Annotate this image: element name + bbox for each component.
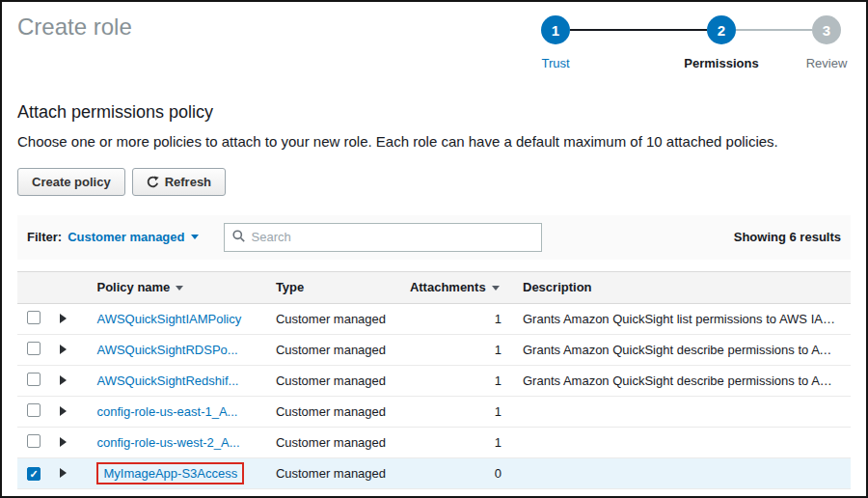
policy-type: Customer managed (266, 427, 400, 457)
expand-arrow-icon[interactable] (60, 437, 67, 447)
table-row[interactable]: config-role-us-west-2_A... Customer mana… (17, 427, 851, 457)
refresh-label: Refresh (165, 175, 211, 189)
search-box (224, 223, 542, 252)
policy-attachments: 1 (400, 427, 513, 457)
row-checkbox[interactable] (27, 373, 41, 386)
policy-description (513, 427, 851, 457)
step-2-label: Permissions (684, 56, 758, 70)
policy-name-link[interactable]: config-role-us-east-1_A... (96, 404, 237, 419)
screenshot-frame: Create role 1 Trust 2 Permissions 3 Revi… (0, 0, 868, 498)
policy-name-link[interactable]: config-role-us-west-2_A... (96, 435, 239, 450)
policy-type: Customer managed (266, 396, 400, 427)
step-3-circle: 3 (812, 15, 841, 44)
section-description: Choose one or more policies to attach to… (17, 131, 849, 152)
header-policy-name-label: Policy name (96, 280, 170, 294)
policy-type: Customer managed (266, 303, 400, 334)
search-icon (232, 230, 245, 245)
policy-name-link[interactable]: AWSQuickSightRDSPo... (96, 343, 237, 357)
header-checkbox-col (17, 271, 50, 303)
policy-type: Customer managed (266, 365, 400, 396)
header-expand-col (50, 271, 83, 303)
header-attachments[interactable]: Attachments (400, 271, 513, 303)
policy-description (513, 457, 851, 488)
row-checkbox[interactable] (27, 403, 41, 417)
policy-name-link[interactable]: MyImageApp-S3Access (103, 466, 237, 481)
header-type: Type (266, 271, 400, 303)
header-description-label: Description (523, 280, 592, 294)
policy-description: Grants Amazon QuickSight describe permis… (513, 334, 851, 365)
table-row[interactable]: config-role-us-east-1_A... Customer mana… (17, 396, 851, 427)
search-input[interactable] (252, 230, 533, 244)
policy-attachments: 1 (400, 303, 513, 334)
table-header-row: Policy name Type Attachments Description (17, 271, 851, 303)
expand-arrow-icon[interactable] (60, 345, 67, 354)
table-row[interactable]: AWSQuickSightRedshif... Customer managed… (17, 365, 851, 396)
table-row-selected[interactable]: MyImageApp-S3Access Customer managed 0 (17, 457, 851, 488)
row-checkbox[interactable] (27, 311, 41, 324)
step-3-label: Review (806, 56, 848, 70)
policy-name-link[interactable]: AWSQuickSightIAMPolicy (96, 312, 241, 326)
wizard-steps: 1 Trust 2 Permissions 3 Review (541, 15, 841, 77)
policy-attachments: 1 (400, 396, 513, 427)
step-1-circle: 1 (541, 15, 570, 44)
annotation-highlight: MyImageApp-S3Access (96, 462, 244, 484)
policy-description: Grants Amazon QuickSight list permission… (513, 303, 851, 334)
page-header: Create role 1 Trust 2 Permissions 3 Revi… (17, 2, 851, 77)
sort-caret-icon (176, 286, 183, 290)
row-checkbox-checked[interactable] (27, 467, 41, 481)
table-row[interactable]: AWSQuickSightIAMPolicy Customer managed … (17, 303, 851, 334)
header-attachments-label: Attachments (410, 280, 486, 294)
expand-arrow-icon[interactable] (60, 468, 67, 478)
refresh-button[interactable]: Refresh (132, 168, 226, 196)
policy-description (513, 396, 851, 427)
page-title: Create role (17, 14, 132, 41)
header-type-label: Type (276, 280, 304, 294)
expand-arrow-icon[interactable] (60, 406, 67, 416)
expand-arrow-icon[interactable] (60, 314, 67, 323)
policies-table: Policy name Type Attachments Description… (17, 271, 851, 489)
toolbar: Create policy Refresh (17, 168, 851, 196)
create-policy-label: Create policy (32, 175, 111, 189)
row-checkbox[interactable] (27, 342, 41, 355)
sort-caret-icon (492, 286, 500, 290)
step-permissions: 2 Permissions (707, 15, 736, 44)
chevron-down-icon (191, 235, 199, 239)
step-trust: 1 Trust (541, 15, 570, 44)
header-description: Description (513, 271, 851, 303)
row-checkbox[interactable] (27, 434, 41, 448)
results-count: Showing 6 results (734, 230, 841, 244)
step-2-circle: 2 (707, 15, 736, 44)
policy-attachments: 1 (400, 334, 513, 365)
policy-type: Customer managed (266, 334, 400, 365)
create-policy-button[interactable]: Create policy (17, 168, 125, 196)
policy-name-link[interactable]: AWSQuickSightRedshif... (96, 374, 238, 388)
step-connector-1-2 (570, 29, 707, 31)
policy-type: Customer managed (266, 457, 400, 488)
table-row[interactable]: AWSQuickSightRDSPo... Customer managed 1… (17, 334, 851, 365)
filter-label: Filter: (27, 230, 62, 244)
refresh-icon (147, 176, 159, 188)
section-heading: Attach permissions policy (17, 102, 851, 123)
filter-bar: Filter: Customer managed Showing 6 resul… (17, 215, 851, 260)
policy-attachments: 0 (400, 457, 513, 488)
policy-description: Grants Amazon QuickSight describe permis… (513, 365, 851, 396)
policy-attachments: 1 (400, 365, 513, 396)
step-1-label: Trust (541, 56, 569, 70)
filter-type-dropdown[interactable]: Customer managed (68, 230, 198, 244)
step-connector-2-3 (736, 29, 812, 31)
expand-arrow-icon[interactable] (60, 375, 67, 385)
filter-selected-value: Customer managed (68, 230, 184, 244)
header-policy-name[interactable]: Policy name (83, 271, 265, 303)
step-review: 3 Review (812, 15, 841, 44)
